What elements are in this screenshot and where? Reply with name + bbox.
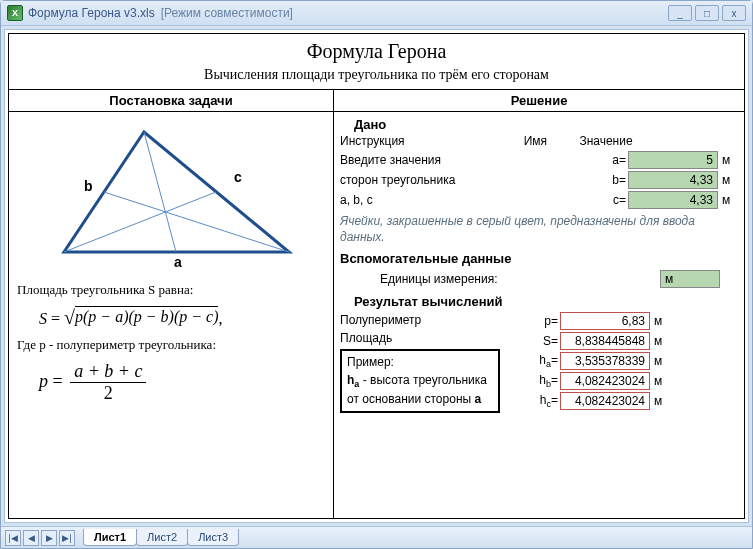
instruction-heading: Инструкция [340, 134, 480, 148]
area-sentence: Площадь треугольника S равна: [17, 282, 325, 298]
workbook-window: X Формула Герона v3.xls [Режим совместим… [0, 0, 753, 549]
worksheet[interactable]: Формула Герона Вычисления площади треуго… [4, 29, 749, 523]
res-name-hb: hb= [500, 373, 560, 389]
res-p: 6,83 [560, 312, 650, 330]
restore-button[interactable]: □ [695, 5, 719, 21]
res-unit-hb: м [650, 374, 670, 388]
nav-prev-button[interactable]: ◀ [23, 530, 39, 546]
triangle-svg [9, 112, 334, 272]
compat-mode-label: [Режим совместимости] [161, 6, 293, 20]
example-l3: от основании стороны a [347, 391, 493, 408]
res-unit-ha: м [650, 354, 670, 368]
left-column: Постановка задачи b c a [9, 90, 334, 518]
area-label: Площадь [340, 329, 500, 347]
triangle-figure: b c a [9, 112, 333, 272]
sheet-tab-1[interactable]: Лист1 [83, 529, 137, 546]
close-button[interactable]: x [722, 5, 746, 21]
svg-line-2 [64, 192, 216, 252]
instr-line2: сторон треугольника [340, 173, 480, 187]
sheet-tabbar: |◀ ◀ ▶ ▶| Лист1 Лист2 Лист3 [1, 526, 752, 548]
semi-label: Полупериметр [340, 311, 500, 329]
unit-c: м [718, 193, 738, 207]
input-b[interactable]: 4,33 [628, 171, 718, 189]
result-heading: Результат вычислений [354, 294, 738, 309]
example-box: Пример: ha - высота треугольника от осно… [340, 349, 500, 413]
page-subtitle: Вычисления площади треугольника по трём … [9, 65, 744, 89]
right-column: Решение Дано Инструкция Имя Значение Вве… [334, 90, 744, 518]
units-select[interactable]: м [660, 270, 720, 288]
aux-heading: Вспомогательные данные [340, 251, 738, 266]
where-sentence: Где p - полупериметр треугольника: [17, 337, 325, 353]
right-heading: Решение [334, 90, 744, 112]
nav-last-button[interactable]: ▶| [59, 530, 75, 546]
input-hint: Ячейки, закрашенные в серый цвет, предна… [340, 214, 738, 245]
side-c-label: c [234, 169, 242, 185]
input-name-a: a= [598, 153, 628, 167]
res-ha: 3,535378339 [560, 352, 650, 370]
value-heading: Значение [561, 134, 651, 148]
side-b-label: b [84, 178, 93, 194]
res-name-p: p= [500, 314, 560, 328]
name-heading: Имя [480, 134, 561, 148]
input-c[interactable]: 4,33 [628, 191, 718, 209]
content-area: Формула Герона Вычисления площади треуго… [1, 26, 752, 526]
res-unit-p: м [650, 314, 670, 328]
window-title: Формула Герона v3.xls [28, 6, 155, 20]
given-heading: Дано [354, 117, 738, 132]
left-heading: Постановка задачи [9, 90, 333, 112]
res-unit-hc: м [650, 394, 670, 408]
res-hc: 4,082423024 [560, 392, 650, 410]
input-name-c: c= [598, 193, 628, 207]
semiperimeter-formula: p = a + b + c 2 [39, 361, 325, 404]
titlebar[interactable]: X Формула Герона v3.xls [Режим совместим… [1, 1, 752, 26]
res-hb: 4,082423024 [560, 372, 650, 390]
sheet-tab-2[interactable]: Лист2 [136, 529, 188, 546]
unit-a: м [718, 153, 738, 167]
heron-formula: S = √p(p − a)(p − b)(p − c), [39, 306, 325, 329]
svg-marker-0 [64, 132, 289, 252]
input-name-b: b= [598, 173, 628, 187]
side-a-label: a [174, 254, 182, 270]
example-l2: ha - высота треугольника [347, 372, 493, 391]
res-name-ha: ha= [500, 353, 560, 369]
sheet-tab-3[interactable]: Лист3 [187, 529, 239, 546]
unit-b: м [718, 173, 738, 187]
res-name-s: S= [500, 334, 560, 348]
minimize-button[interactable]: _ [668, 5, 692, 21]
res-name-hc: hc= [500, 393, 560, 409]
units-label: Единицы измерения: [380, 272, 660, 286]
instr-line1: Введите значения [340, 153, 480, 167]
nav-first-button[interactable]: |◀ [5, 530, 21, 546]
svg-line-1 [144, 132, 176, 252]
excel-icon: X [7, 5, 23, 21]
instr-line3: a, b, c [340, 193, 480, 207]
res-s: 8,838445848 [560, 332, 650, 350]
example-l1: Пример: [347, 354, 493, 371]
svg-line-3 [104, 192, 289, 252]
input-a[interactable]: 5 [628, 151, 718, 169]
res-unit-s: м [650, 334, 670, 348]
page-title: Формула Герона [9, 34, 744, 65]
nav-next-button[interactable]: ▶ [41, 530, 57, 546]
